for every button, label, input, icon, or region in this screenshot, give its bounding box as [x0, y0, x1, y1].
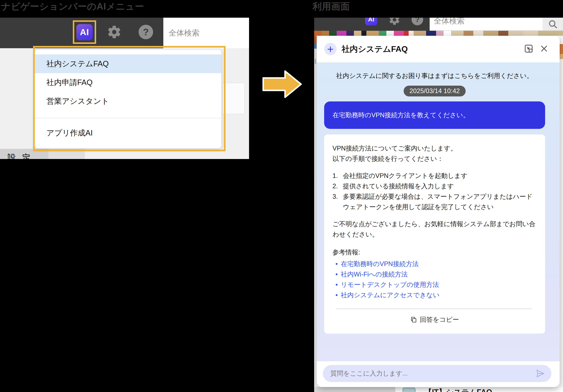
ai-menu-highlight-outline: AI	[73, 20, 96, 44]
gear-icon	[388, 18, 400, 26]
step-number: 3.	[333, 191, 343, 202]
left-screenshot: AI ? 全体検索 設定 社内システムFAQ 社内申請FAQ 営業アシスタント …	[0, 18, 249, 159]
ai-chat-panel: + 社内システムFAQ 社内システムに関するお困り事はまずはこちらをご利用くださ…	[317, 36, 560, 387]
dock-panel-button[interactable]	[524, 44, 534, 54]
reference-link-vpn[interactable]: 在宅勤務時のVPN接続方法	[341, 259, 419, 269]
ai-menu-button[interactable]: AI	[365, 18, 377, 25]
reference-link-system-access[interactable]: 社内システムにアクセスできない	[341, 290, 439, 300]
help-button[interactable]: ?	[139, 25, 153, 39]
global-search-placeholder: 全体検索	[434, 18, 465, 26]
answer-line: 以下の手順で接続を行ってください：	[333, 154, 537, 164]
left-navbar: AI ? 全体検索	[0, 18, 249, 48]
chat-input-bar: 質問をここに入力します...	[317, 361, 560, 387]
underlying-app-link-clipped[interactable]: 【IT】システムFAQ	[424, 387, 492, 392]
dock-to-corner-icon	[524, 44, 534, 53]
underlying-page-bottom-edge: 【IT】システムFAQ	[314, 387, 563, 392]
question-mark-icon: ?	[143, 26, 149, 38]
underlying-page-right-edge	[560, 36, 563, 392]
menu-item-shanai-shinsei-faq[interactable]: 社内申請FAQ	[35, 73, 221, 92]
reference-item: • 社内Wi-Fiへの接続方法	[333, 269, 537, 280]
right-caption: 利用画面	[312, 0, 350, 13]
magnifier-icon	[548, 19, 558, 29]
ai-icon: AI	[368, 18, 374, 23]
bullet-icon: •	[333, 290, 341, 300]
chat-panel-header: + 社内システムFAQ	[317, 36, 560, 62]
assistant-intro-text: 社内システムに関するお困り事はまずはこちらをご利用ください。	[324, 72, 545, 80]
settings-tab-clipped[interactable]: 設定	[0, 149, 49, 159]
search-submit-button[interactable]	[543, 18, 563, 30]
copy-icon	[410, 316, 417, 323]
settings-tab-label: 設定	[8, 152, 37, 159]
ai-menu-button[interactable]: AI	[76, 24, 93, 40]
help-button[interactable]: ?	[411, 18, 423, 25]
left-caption: ナビゲーションバーのAIメニュー	[1, 0, 144, 13]
question-input[interactable]: 質問をここに入力します...	[323, 365, 551, 382]
reference-item: • 社内システムにアクセスできない	[333, 290, 537, 300]
timestamp-badge: 2025/03/14 10:42	[404, 86, 465, 97]
underlying-page-left-edge	[314, 36, 317, 392]
answer-step: 1.会社指定のVPNクライアントを起動します	[333, 171, 537, 181]
reference-link-remote-desktop[interactable]: リモートデスクトップの使用方法	[341, 280, 439, 290]
menu-item-shanai-system-faq[interactable]: 社内システムFAQ	[35, 54, 221, 73]
user-message-bubble: 在宅勤務時のVPN接続方法を教えてください。	[324, 101, 545, 129]
right-screenshot: AI ? 全体検索 【IT】システムFAQ + 社内システムFAQ	[314, 18, 563, 392]
global-search-placeholder: 全体検索	[169, 28, 200, 38]
settings-button[interactable]	[388, 18, 400, 26]
question-mark-icon: ?	[415, 18, 420, 24]
ai-icon: AI	[80, 27, 89, 37]
step-number: 1.	[333, 171, 343, 181]
answer-closing-text: ご不明な点がございましたら、お気軽に情報システム部までお問い合わせください。	[333, 219, 537, 240]
chat-message-area: 社内システムに関するお困り事はまずはこちらをご利用ください。 2025/03/1…	[317, 62, 560, 361]
right-navbar: AI ?	[314, 18, 430, 31]
step-number: 2.	[333, 181, 343, 191]
step-text: 会社指定のVPNクライアントを起動します	[343, 172, 468, 179]
new-conversation-button[interactable]: +	[324, 43, 337, 55]
reference-item: • 在宅勤務時のVPN接続方法	[333, 259, 537, 269]
references-list: • 在宅勤務時のVPN接続方法 • 社内Wi-Fiへの接続方法 • リモートデス…	[333, 259, 537, 300]
bullet-icon: •	[333, 269, 341, 280]
global-search-input[interactable]: 全体検索	[430, 18, 563, 31]
send-icon[interactable]	[536, 369, 545, 378]
bullet-icon: •	[333, 280, 341, 290]
app-icon	[403, 388, 415, 392]
close-icon	[540, 44, 549, 53]
question-input-placeholder: 質問をここに入力します...	[330, 369, 536, 378]
assistant-answer-card: VPN接続方法についてご案内いたします。 以下の手順で接続を行ってください： 1…	[324, 135, 545, 334]
ai-dropdown-menu: 社内システムFAQ 社内申請FAQ 営業アシスタント アプリ作成AI	[35, 50, 221, 148]
close-panel-button[interactable]	[540, 44, 549, 54]
step-text: 提供されている接続情報を入力します	[343, 183, 454, 190]
answer-step: 3.多要素認証が必要な場合は、スマートフォンアプリまたはハードウェアトークンを使…	[333, 191, 537, 212]
flow-arrow-icon	[261, 69, 303, 100]
answer-step: 2.提供されている接続情報を入力します	[333, 181, 537, 191]
settings-button[interactable]	[107, 24, 122, 39]
copy-answer-label: 回答をコピー	[420, 315, 459, 325]
global-search-input[interactable]: 全体検索	[163, 18, 249, 48]
scrollbar-thumb[interactable]	[315, 59, 316, 64]
timestamp-row: 2025/03/14 10:42	[324, 86, 545, 97]
step-text: 多要素認証が必要な場合は、スマートフォンアプリまたはハードウェアトークンを使用し…	[343, 193, 532, 210]
background-tab-fragment	[49, 149, 85, 159]
reference-item: • リモートデスクトップの使用方法	[333, 280, 537, 290]
background-page-fragment	[222, 83, 245, 114]
copy-answer-button[interactable]: 回答をコピー	[333, 309, 537, 334]
menu-item-app-sakusei-ai[interactable]: アプリ作成AI	[35, 124, 221, 142]
menu-item-eigyo-assistant[interactable]: 営業アシスタント	[35, 92, 221, 110]
bullet-icon: •	[333, 259, 341, 269]
gear-icon	[107, 24, 122, 39]
references-label: 参考情報:	[333, 247, 537, 257]
answer-line: VPN接続方法についてご案内いたします。	[333, 143, 537, 154]
answer-steps: 1.会社指定のVPNクライアントを起動します 2.提供されている接続情報を入力し…	[333, 171, 537, 212]
menu-divider	[35, 118, 221, 118]
chat-panel-title: 社内システムFAQ	[342, 43, 518, 55]
portal-banner-image	[314, 31, 563, 36]
reference-link-wifi[interactable]: 社内Wi-Fiへの接続方法	[341, 269, 408, 280]
underlying-sidebar-fragment	[314, 387, 395, 392]
